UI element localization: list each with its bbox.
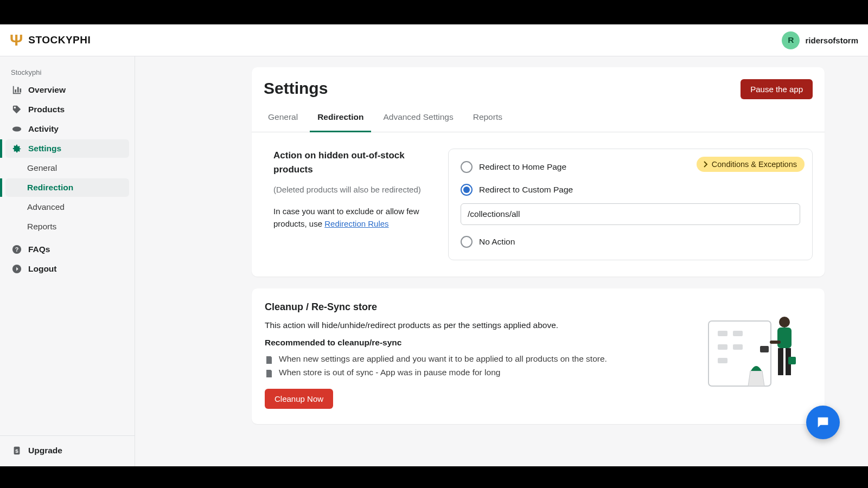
svg-rect-18	[788, 357, 796, 364]
svg-rect-16	[778, 348, 783, 375]
cleanup-illustration	[703, 301, 812, 409]
sidebar-item-overview[interactable]: Overview	[5, 81, 129, 99]
note-icon	[265, 369, 273, 378]
svg-point-0	[12, 127, 21, 132]
avatar: R	[782, 31, 800, 49]
sidebar-item-label: Reports	[27, 222, 56, 232]
cleanup-card: Cleanup / Re-Sync store This action will…	[252, 288, 825, 424]
redirect-heading: Action on hidden out-of-stock products	[273, 149, 429, 176]
sidebar-item-label: Products	[28, 105, 65, 114]
username: ridersofstorm	[805, 36, 858, 45]
svg-rect-10	[733, 344, 743, 350]
cleanup-bullet-2: When store is out of sync - App was in p…	[265, 368, 687, 378]
sidebar-item-reports[interactable]: Reports	[5, 217, 129, 236]
gear-icon	[12, 144, 22, 153]
settings-tabs: General Redirection Advanced Settings Re…	[252, 99, 825, 132]
card-header: Settings Pause the app	[252, 67, 825, 99]
logout-icon	[12, 264, 22, 274]
radio-label: Redirect to Custom Page	[479, 185, 573, 195]
page-title: Settings	[264, 79, 328, 98]
chart-icon	[12, 85, 22, 95]
browser-chrome-top	[0, 0, 868, 24]
svg-text:$: $	[15, 448, 18, 454]
logo-icon: Ψ	[10, 31, 23, 49]
sidebar-item-label: Redirection	[27, 183, 73, 192]
chat-fab[interactable]	[806, 406, 840, 439]
redirection-rules-link[interactable]: Redirection Rules	[324, 219, 388, 228]
activity-icon	[12, 124, 22, 134]
tab-redirection[interactable]: Redirection	[316, 107, 365, 132]
user-menu[interactable]: R ridersofstorm	[782, 31, 858, 49]
cleanup-bullet-1: When new settings are applied and you wa…	[265, 354, 687, 364]
settings-body: Action on hidden out-of-stock products (…	[252, 132, 825, 277]
tab-reports[interactable]: Reports	[472, 107, 503, 132]
sidebar-item-label: FAQs	[28, 245, 50, 254]
help-icon: ?	[12, 245, 22, 254]
radio-label: No Action	[479, 237, 515, 247]
sidebar-item-redirection[interactable]: Redirection	[5, 178, 129, 197]
pause-app-button[interactable]: Pause the app	[741, 79, 813, 99]
sidebar-item-general[interactable]: General	[5, 159, 129, 177]
browser-chrome-bottom	[0, 466, 868, 488]
svg-rect-13	[777, 328, 792, 348]
sidebar-item-advanced[interactable]: Advanced	[5, 198, 129, 216]
radio-icon	[461, 236, 473, 248]
cleanup-content: Cleanup / Re-Sync store This action will…	[265, 301, 687, 409]
sidebar-item-logout[interactable]: Logout	[5, 260, 129, 278]
dollar-icon: $	[12, 446, 22, 455]
settings-description: Action on hidden out-of-stock products (…	[264, 149, 432, 260]
sidebar-app-heading: Stockyphi	[0, 64, 135, 81]
svg-rect-15	[760, 346, 769, 352]
sidebar-item-label: Logout	[28, 264, 57, 274]
svg-rect-14	[770, 341, 781, 344]
sidebar-item-label: Overview	[28, 85, 66, 95]
radio-icon	[461, 184, 473, 196]
sidebar-item-label: Activity	[28, 124, 59, 134]
tag-icon	[12, 105, 22, 114]
radio-redirect-custom[interactable]: Redirect to Custom Page	[461, 184, 800, 196]
topbar: Ψ STOCKYPHI R ridersofstorm	[0, 24, 868, 56]
sidebar-nav: Overview Products Activity Settings Gene…	[0, 81, 135, 435]
svg-point-12	[779, 317, 790, 328]
cleanup-desc: This action will hide/unhide/redirect pr…	[265, 320, 687, 330]
svg-rect-8	[733, 331, 743, 336]
tab-general[interactable]: General	[267, 107, 299, 132]
sidebar-item-label: Advanced	[27, 202, 65, 212]
svg-rect-7	[718, 331, 727, 336]
sidebar-item-faqs[interactable]: ? FAQs	[5, 240, 129, 259]
svg-rect-11	[718, 358, 727, 363]
svg-rect-9	[718, 344, 727, 350]
radio-label: Redirect to Home Page	[479, 162, 566, 172]
sidebar-item-label: Upgrade	[28, 446, 62, 455]
settings-card: Settings Pause the app General Redirecti…	[252, 67, 825, 277]
svg-text:?: ?	[15, 246, 19, 253]
logo[interactable]: Ψ STOCKYPHI	[10, 31, 91, 49]
sidebar-item-activity[interactable]: Activity	[5, 120, 129, 138]
radio-icon	[461, 161, 473, 173]
sidebar-item-settings[interactable]: Settings	[5, 139, 129, 158]
radio-no-action[interactable]: No Action	[461, 236, 800, 248]
conditions-exceptions-chip[interactable]: Conditions & Exceptions	[697, 157, 805, 172]
bullet-text: When new settings are applied and you wa…	[279, 354, 607, 364]
cleanup-heading: Cleanup / Re-Sync store	[265, 301, 687, 313]
chevron-right-icon	[702, 161, 709, 168]
tab-advanced-settings[interactable]: Advanced Settings	[382, 107, 454, 132]
cleanup-now-button[interactable]: Cleanup Now	[265, 389, 333, 409]
cleanup-recommend: Recommended to cleanup/re-sync	[265, 338, 687, 348]
custom-url-input[interactable]	[461, 203, 800, 225]
main-content: Settings Pause the app General Redirecti…	[135, 56, 868, 466]
body: Stockyphi Overview Products Activity Set…	[0, 56, 868, 466]
bullet-text: When store is out of sync - App was in p…	[279, 368, 500, 377]
sidebar-item-label: General	[27, 163, 57, 173]
note-icon	[265, 356, 273, 364]
logo-text: STOCKYPHI	[28, 34, 91, 46]
sidebar-item-label: Settings	[28, 144, 61, 153]
chip-label: Conditions & Exceptions	[712, 160, 797, 169]
sidebar-item-products[interactable]: Products	[5, 100, 129, 119]
sidebar-item-upgrade[interactable]: $ Upgrade	[5, 441, 129, 460]
chat-icon	[815, 415, 831, 430]
redirect-exclude-text: In case you want to exclude or allow few…	[273, 205, 429, 230]
sidebar: Stockyphi Overview Products Activity Set…	[0, 56, 135, 466]
redirect-options-panel: Conditions & Exceptions Redirect to Home…	[448, 149, 813, 260]
sidebar-bottom: $ Upgrade	[0, 435, 135, 466]
